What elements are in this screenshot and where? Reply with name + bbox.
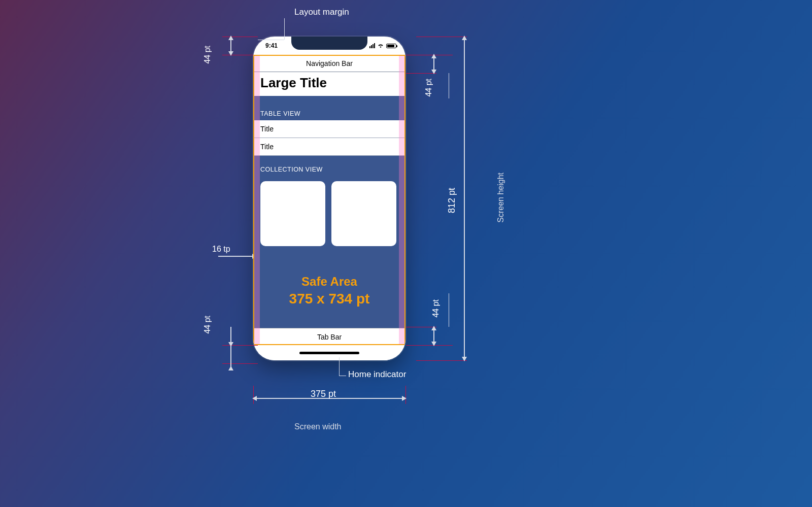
- table-view-header: TABLE VIEW: [253, 107, 405, 120]
- dim-home-indicator: 44 pt: [203, 316, 212, 334]
- dim-tick: [222, 55, 258, 55]
- label-screen-height: Screen height: [496, 173, 505, 223]
- dim-arrow: [228, 327, 233, 367]
- layout-margin-left: [253, 55, 260, 345]
- status-time: 9:41: [265, 42, 278, 49]
- table-row: Title: [253, 120, 405, 138]
- dim-status-bar: 44 pt: [203, 46, 212, 64]
- dim-screen-width: 375 pt: [311, 389, 336, 399]
- wifi-icon: [377, 43, 384, 48]
- dim-tick: [416, 37, 467, 37]
- collection-view: [253, 176, 405, 253]
- collection-view-header: COLLECTION VIEW: [253, 163, 405, 176]
- dim-arrow: [431, 327, 436, 345]
- dim-nav-bar: 44 pt: [424, 79, 433, 97]
- dim-tick: [222, 37, 258, 37]
- dim-tick: [222, 345, 258, 346]
- leader-line: [449, 73, 449, 98]
- label-screen-width: Screen width: [294, 422, 342, 431]
- dim-screen-height: 812 pt: [447, 188, 457, 213]
- signal-icon: [369, 43, 375, 48]
- dim-arrow: [228, 37, 233, 55]
- layout-margin-right: [399, 55, 405, 345]
- navigation-bar-label: Navigation Bar: [306, 59, 353, 67]
- tab-bar-label: Tab Bar: [317, 333, 342, 341]
- safe-area-size: 375 x 734 pt: [289, 291, 370, 307]
- annotation-layout-margin: Layout margin: [294, 7, 349, 17]
- notch: [291, 37, 367, 50]
- phone-frame: 9:41 Navigation Bar Large Title TABLE VI…: [253, 37, 405, 360]
- dim-tick: [406, 345, 453, 346]
- dim-arrow: [462, 37, 467, 360]
- navigation-bar: Navigation Bar: [253, 55, 405, 72]
- home-indicator: [299, 352, 359, 354]
- screen-content: Navigation Bar Large Title TABLE VIEW Ti…: [253, 55, 405, 345]
- dim-layout-margin: 16 tp: [212, 245, 230, 254]
- leader-line: [339, 357, 340, 376]
- leader-line: [449, 293, 449, 327]
- safe-area-title: Safe Area: [301, 275, 357, 289]
- dim-tick: [222, 363, 258, 364]
- dim-tick: [405, 386, 406, 404]
- battery-icon: [386, 44, 396, 48]
- dim-arrow: [431, 55, 436, 73]
- table-row: Title: [253, 138, 405, 156]
- collection-cell: [260, 181, 325, 246]
- dim-tick: [253, 386, 254, 404]
- annotation-home-indicator: Home indicator: [348, 369, 406, 380]
- home-indicator-zone: [253, 345, 405, 360]
- diagram-canvas: 9:41 Navigation Bar Large Title TABLE VI…: [0, 0, 812, 507]
- dim-tick: [416, 360, 467, 361]
- leader-line: [339, 376, 346, 376]
- dim-tab-bar: 44 pt: [431, 299, 441, 318]
- safe-area-label: Safe Area 375 x 734 pt: [253, 253, 405, 328]
- large-title: Large Title: [253, 72, 405, 96]
- dim-tick: [406, 55, 453, 55]
- status-icons: [369, 43, 396, 48]
- collection-cell: [331, 181, 396, 246]
- tab-bar: Tab Bar: [253, 328, 405, 345]
